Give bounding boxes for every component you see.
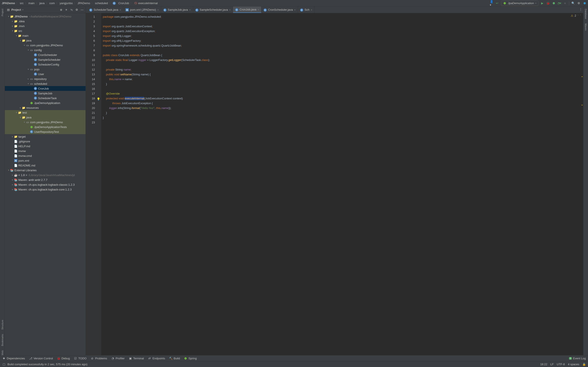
tree-node[interactable]: ▾📁java xyxy=(5,38,86,43)
close-icon[interactable]: × xyxy=(120,8,121,11)
editor-tab[interactable]: CSampleJob.java× xyxy=(161,7,193,13)
tree-node[interactable]: CCronScheduler xyxy=(5,52,86,57)
expand-arrow-icon[interactable]: ▾ xyxy=(27,83,30,85)
tree-node[interactable]: ▾▭scheduled xyxy=(5,81,86,86)
expand-arrow-icon[interactable]: ▾ xyxy=(11,30,14,32)
coverage-icon[interactable]: ⬢ xyxy=(552,1,555,5)
crumb[interactable]: main xyxy=(28,1,35,5)
tool-tab-maven[interactable]: Maven xyxy=(585,23,587,31)
tool-tab-database[interactable]: Database xyxy=(585,9,587,19)
tree-node[interactable]: ▾📚External Libraries xyxy=(5,168,86,173)
tw-terminal[interactable]: ▣Terminal xyxy=(129,357,144,360)
expand-all-icon[interactable]: ≡ xyxy=(65,8,68,12)
tree-node[interactable]: ▸📚Maven: antlr:antlr:2.7.7 xyxy=(5,177,86,182)
run-config-selector[interactable]: ⯃ JpaDemoApplication ▾ xyxy=(501,1,538,6)
code-area[interactable]: 1234567891011121314151617181920212223 pa… xyxy=(86,13,583,355)
crumb[interactable]: yangjunbo xyxy=(60,1,73,5)
tree-node[interactable]: CSampleJob xyxy=(5,91,86,96)
tree-node[interactable]: 📄.gitignore xyxy=(5,139,86,144)
expand-arrow-icon[interactable]: ▾ xyxy=(7,169,10,171)
tool-tab-structure[interactable]: Structure xyxy=(1,320,4,330)
editor-tab[interactable]: CSampleScheduler.java× xyxy=(193,7,233,13)
expand-arrow-icon[interactable]: ▸ xyxy=(11,135,14,138)
editor-tab[interactable]: CCronScheduler.java× xyxy=(261,7,298,13)
close-icon[interactable]: × xyxy=(294,8,295,11)
editor-tab[interactable]: CSch× xyxy=(298,7,315,13)
close-icon[interactable]: × xyxy=(229,8,231,11)
user-icon[interactable]: 👤▾ xyxy=(490,1,493,5)
tw-dependencies[interactable]: ❖Dependencies xyxy=(2,357,25,360)
tree-node[interactable]: ▸📁resources xyxy=(5,105,86,110)
chevron-down-icon[interactable]: ▾ xyxy=(22,8,23,11)
expand-arrow-icon[interactable]: ▾ xyxy=(15,34,18,37)
expand-arrow-icon[interactable]: ▾ xyxy=(7,15,10,17)
expand-arrow-icon[interactable]: ▾ xyxy=(23,44,26,46)
tree-node[interactable]: ▸📁target xyxy=(5,134,86,139)
tree-node[interactable]: CSampleScheduler xyxy=(5,57,86,62)
expand-arrow-icon[interactable]: ▸ xyxy=(11,174,14,176)
tw-build[interactable]: 🔨Build xyxy=(169,357,180,360)
select-opened-icon[interactable]: ⊕ xyxy=(59,8,63,12)
status-encoding[interactable]: UTF-8 xyxy=(557,363,565,366)
inspection-widget[interactable]: ⚠ 2 ˄ ˅ xyxy=(571,14,581,17)
lock-icon[interactable]: 🔒 xyxy=(582,363,586,366)
close-icon[interactable]: × xyxy=(157,8,159,11)
tab-more-icon[interactable]: ⋮ xyxy=(579,8,582,11)
undo-icon[interactable]: ↩ xyxy=(495,1,499,5)
stop-icon[interactable]: ■ xyxy=(563,1,567,5)
tree-node[interactable]: ⯃JpaDemoApplication xyxy=(5,100,86,105)
status-indent[interactable]: 4 spaces xyxy=(568,363,579,366)
project-tree[interactable]: ▾📁JPADemo~/kaifa/IdeaWorkspace/JPADemo▸📁… xyxy=(5,13,86,355)
tw-problems[interactable]: ⊘Problems xyxy=(91,357,107,360)
crumb[interactable]: scheduled xyxy=(95,1,108,5)
tree-node[interactable]: CUser xyxy=(5,72,86,76)
expand-arrow-icon[interactable]: ▸ xyxy=(11,179,14,181)
hide-icon[interactable]: — xyxy=(80,8,84,12)
status-time[interactable]: 18:22 xyxy=(540,363,547,366)
tw-profiler[interactable]: ◔Profiler xyxy=(111,357,125,360)
crumb[interactable]: C CronJob xyxy=(113,1,129,5)
run-icon[interactable]: ▶ xyxy=(541,1,544,5)
tree-node[interactable]: CUserRepositoryTest xyxy=(5,129,86,134)
crumb[interactable]: src xyxy=(20,1,23,5)
close-icon[interactable]: × xyxy=(311,8,312,11)
expand-arrow-icon[interactable]: ▾ xyxy=(27,68,30,70)
crumb[interactable]: JPADemo xyxy=(2,1,15,5)
tw-endpoints[interactable]: ⇄Endpoints xyxy=(148,357,165,360)
expand-arrow-icon[interactable]: ▸ xyxy=(19,107,22,109)
collapse-all-icon[interactable]: ≒ xyxy=(70,8,73,12)
tool-tab-bookmarks[interactable]: Bookmarks xyxy=(1,334,4,346)
tree-node[interactable]: ▾📁src xyxy=(5,28,86,33)
editor-tab[interactable]: CCronJob.java× xyxy=(233,7,261,13)
prev-highlight-icon[interactable]: ˄ xyxy=(578,14,579,17)
status-lineending[interactable]: LF xyxy=(550,363,554,366)
tree-node[interactable]: ⯃JpaDemoApplicationTests xyxy=(5,125,86,129)
tree-node[interactable]: ▾📁java xyxy=(5,115,86,120)
expand-arrow-icon[interactable]: ▸ xyxy=(11,188,14,191)
tree-node[interactable]: CSchedulerTask xyxy=(5,96,86,100)
tree-node[interactable]: ▾▭com.yangjunbo.JPADemo xyxy=(5,120,86,125)
shield-icon[interactable]: ⬣ xyxy=(583,1,586,5)
tree-node[interactable]: ▸📁.mvn xyxy=(5,24,86,28)
crumb[interactable]: JPADemo xyxy=(78,1,90,5)
expand-arrow-icon[interactable]: ▾ xyxy=(27,49,30,51)
tree-node[interactable]: ▸📁.idea xyxy=(5,19,86,24)
tree-node[interactable]: 📄mvnw xyxy=(5,149,86,153)
tw-vcs[interactable]: ⎇Version Control xyxy=(29,357,53,360)
tree-node[interactable]: ▸📚Maven: ch.qos.logback:logback-core:1.2… xyxy=(5,187,86,192)
tree-node[interactable]: mpom.xml xyxy=(5,158,86,163)
tree-node[interactable]: ▾▭pojo xyxy=(5,67,86,72)
tree-node[interactable]: ▾▭config xyxy=(5,48,86,52)
tree-node[interactable]: 📄mvnw.cmd xyxy=(5,153,86,158)
tree-node[interactable]: 📄HELP.md xyxy=(5,144,86,149)
settings-icon[interactable]: ⚙ xyxy=(577,1,580,5)
expand-arrow-icon[interactable]: ▾ xyxy=(15,111,18,114)
expand-arrow-icon[interactable]: ▾ xyxy=(23,121,26,123)
search-icon[interactable]: 🔍 xyxy=(571,1,575,5)
tree-node[interactable]: CCronJob xyxy=(5,86,86,91)
crumb[interactable]: com xyxy=(49,1,55,5)
expand-arrow-icon[interactable]: ▸ xyxy=(11,20,14,22)
tree-node[interactable]: ▸▭repository xyxy=(5,76,86,81)
crumb[interactable]: ⓜexecuteInternal xyxy=(134,1,158,5)
tree-node[interactable]: ▾▭com.yangjunbo.JPADemo xyxy=(5,43,86,48)
